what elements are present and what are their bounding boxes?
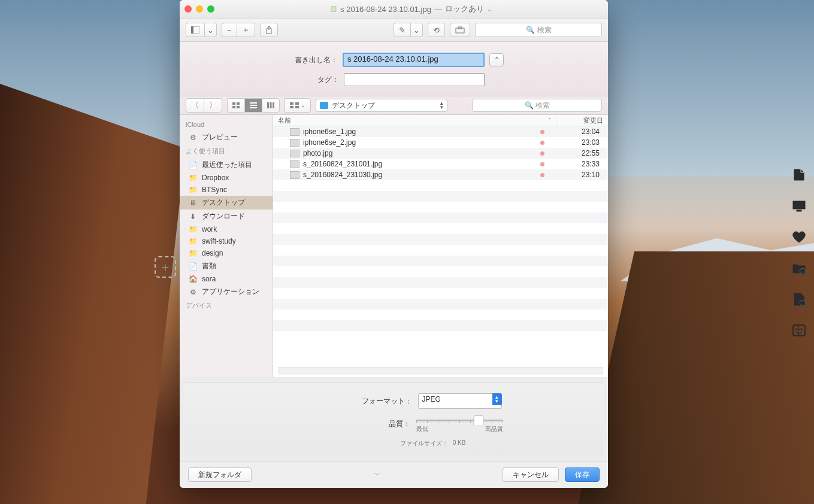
collapse-sheet-button[interactable]: ˄ [489,53,504,66]
display-icon[interactable] [792,199,806,213]
utility-sidebar [784,168,814,338]
view-icons-button[interactable] [227,98,244,113]
tag-dot-icon [540,173,544,177]
svg-rect-15 [232,102,235,105]
svg-rect-22 [267,102,269,108]
tag-dot-icon [540,141,544,145]
tags-field[interactable] [344,73,485,86]
sidebar-section-favorites: よく使う項目 [180,144,273,158]
sidebar-item[interactable]: 📄書類 [180,259,273,273]
svg-point-7 [796,329,797,330]
sidebar-section-icloud: iCloud [180,119,273,130]
tags-label: タグ： [285,75,339,85]
add-drop-badge[interactable]: ＋ [155,256,176,278]
svg-rect-1 [797,210,801,211]
markup-dropdown-button[interactable]: ⌄ [410,23,423,37]
toolbar-search-field[interactable]: 🔍 検索 [475,23,602,37]
browser-toolbar: 〈 〉 ⌄ デスクトップ ▴▾ 🔍 検索 [180,96,608,115]
svg-point-8 [801,329,802,330]
sidebar-item[interactable]: 🏠sora [180,273,273,285]
horizontal-scrollbar[interactable] [278,367,603,375]
zoom-in-button[interactable]: ＋ [237,23,255,37]
doc-clock-icon[interactable] [792,292,806,306]
home-icon: 🏠 [188,275,198,283]
location-popup[interactable]: デスクトップ ▴▾ [316,99,447,112]
browser-search-field[interactable]: 🔍 検索 [472,99,602,112]
zoom-traffic-light[interactable] [207,5,214,13]
search-icon: 🔍 [525,101,534,110]
col-header-name[interactable]: 名前˄ [273,115,556,126]
sidebar-item[interactable]: ⚙プレビュー [180,130,273,144]
rotate-button[interactable]: ⟲ [428,23,445,37]
collapse-chevron-icon[interactable]: ﹀ [258,470,497,480]
folder-icon: 📁 [188,237,198,245]
close-traffic-light[interactable] [184,5,192,13]
sidebar-item[interactable]: 📁design [180,247,273,259]
view-columns-button[interactable] [262,98,280,113]
share-button[interactable] [260,23,278,37]
sidebar-item[interactable]: 📁Dropbox [180,172,273,184]
sidebar-item[interactable]: 📁swift-study [180,235,273,247]
new-folder-button[interactable]: 新規フォルダ [188,467,252,482]
svg-rect-18 [237,106,240,108]
file-row[interactable]: s_20160824_231001.jpg23:33 [273,159,608,169]
quality-slider[interactable] [416,415,503,420]
desktop-icon: 🖥 [188,199,198,207]
svg-point-5 [800,300,805,305]
group-by-button[interactable]: ⌄ [285,98,311,113]
cancel-button[interactable]: キャンセル [503,467,559,482]
slider-knob[interactable] [474,415,484,426]
sidebar-item[interactable]: ⚙アプリケーション [180,285,273,299]
sidebar-item[interactable]: ⬇ダウンロード [180,210,273,223]
folder-icon: 📁 [188,225,198,233]
nav-back-button[interactable]: 〈 [186,98,204,113]
sidebar-item[interactable]: 🖥デスクトップ [180,196,273,210]
file-thumb-icon [290,139,299,147]
doc-icon: 📄 [188,161,198,169]
heart-icon[interactable] [792,230,806,244]
sidebar-dropdown-button[interactable]: ⌄ [204,23,217,37]
quality-label: 品質： [285,419,410,429]
file-thumb-icon [290,128,299,136]
format-popup[interactable]: JPEG ▴▾ [418,393,502,409]
zoom-out-button[interactable]: − [222,23,237,37]
window-titlebar[interactable]: s 2016-08-24 23.10.01.jpg — ロックあり ⌄ [180,0,608,19]
search-icon: 🔍 [526,26,535,34]
nav-forward-button[interactable]: 〉 [204,98,222,113]
markup-pen-button[interactable]: ✎ [394,23,410,37]
toolbox-button[interactable] [450,23,470,37]
sidebar-toggle-button[interactable] [186,23,204,37]
folder-clock-icon[interactable] [792,261,806,275]
svg-rect-19 [250,102,257,104]
folder-icon [320,102,328,109]
file-row[interactable]: iphone6se_2.jpg23:03 [273,137,608,148]
export-name-field[interactable] [343,53,485,67]
view-list-button[interactable] [244,98,262,113]
format-label: フォーマット： [286,396,412,406]
export-name-row: 書き出し名： ˄ [180,42,608,71]
svg-rect-16 [237,102,240,105]
svg-rect-9 [331,7,336,12]
save-button[interactable]: 保存 [565,467,600,482]
sidebar-item[interactable]: 📁work [180,223,273,235]
sidebar[interactable]: iCloud ⚙プレビュー よく使う項目 📄最近使った項目📁Dropbox📁BT… [180,115,273,377]
chevron-down-icon[interactable]: ⌄ [487,6,492,13]
file-list: 名前˄ 変更日 iphone6se_1.jpg23:04iphone6se_2.… [273,115,608,377]
sidebar-item[interactable]: 📁BTSync [180,184,273,196]
svg-point-3 [800,269,805,274]
export-name-label: 書き出し名： [284,55,338,65]
doc-icon: 📄 [188,262,198,271]
file-thumb-icon [290,150,299,157]
folder-icon: 📁 [188,174,198,182]
file-row[interactable]: photo.jpg22:55 [273,148,608,159]
file-row[interactable]: s_20160824_231030.jpg23:10 [273,169,608,180]
folder-icon: 📁 [188,249,198,257]
file-row[interactable]: iphone6se_1.jpg23:04 [273,126,608,137]
col-header-modified[interactable]: 変更日 [556,115,608,126]
minimize-traffic-light[interactable] [196,5,203,13]
document-icon[interactable] [792,168,806,182]
finder-icon[interactable] [792,323,806,338]
filesize-value: 0 KB [453,439,466,448]
sidebar-item[interactable]: 📄最近使った項目 [180,158,273,172]
svg-rect-26 [295,102,299,105]
